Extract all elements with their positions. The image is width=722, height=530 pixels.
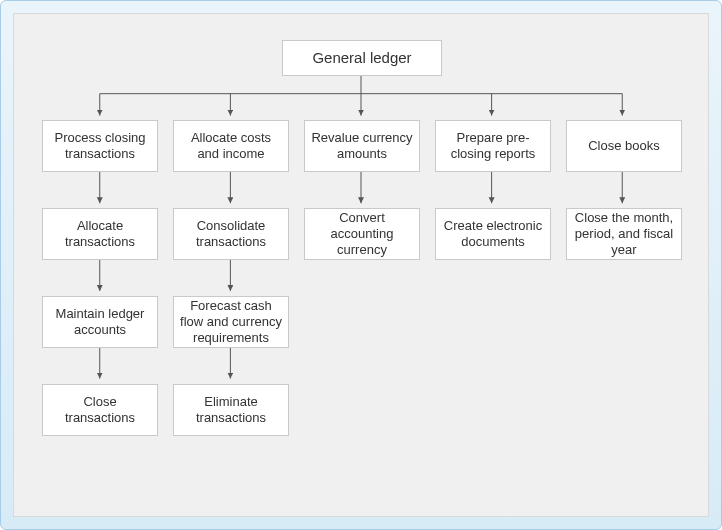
- diagram-panel: General ledger Process closing transacti…: [13, 13, 709, 517]
- diagram-frame: General ledger Process closing transacti…: [0, 0, 722, 530]
- node-col1-item2: Eliminate transactions: [173, 384, 289, 436]
- node-col4-item0: Close the month, period, and fiscal year: [566, 208, 682, 260]
- node-col2-head: Revalue currency amounts: [304, 120, 420, 172]
- node-col1-item1: Forecast cash flow and currency requirem…: [173, 296, 289, 348]
- node-col3-head: Prepare pre-closing reports: [435, 120, 551, 172]
- node-col0-item0: Allocate transactions: [42, 208, 158, 260]
- node-col0-item1: Maintain ledger accounts: [42, 296, 158, 348]
- node-col1-head: Allocate costs and income: [173, 120, 289, 172]
- node-col1-item0: Consolidate transactions: [173, 208, 289, 260]
- node-col0-item2: Close transactions: [42, 384, 158, 436]
- connector-lines: [14, 14, 708, 516]
- node-col3-item0: Create electronic documents: [435, 208, 551, 260]
- node-root: General ledger: [282, 40, 442, 76]
- node-col2-item0: Convert accounting currency: [304, 208, 420, 260]
- node-col0-head: Process closing transactions: [42, 120, 158, 172]
- node-col4-head: Close books: [566, 120, 682, 172]
